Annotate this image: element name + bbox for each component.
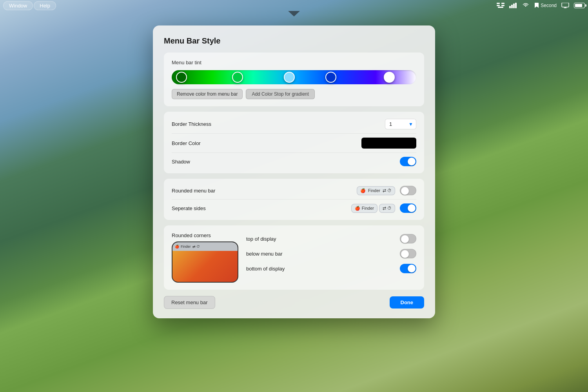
- menubar-window[interactable]: Window: [3, 1, 33, 10]
- wifi-icon: [522, 3, 530, 8]
- done-button[interactable]: Done: [390, 296, 425, 309]
- top-display-toggle-thumb: [401, 235, 409, 243]
- below-menubar-toggle[interactable]: [400, 249, 416, 258]
- menu-bar: Window Help: [0, 0, 588, 11]
- rounded-section: Rounded menu bar 🍎 Finder ⇄ ⏱ Seperate s…: [164, 179, 424, 220]
- separate-sides-toggle[interactable]: [400, 203, 416, 213]
- color-stop-3[interactable]: [284, 72, 295, 83]
- svg-rect-1: [497, 5, 500, 6]
- color-stop-5[interactable]: [384, 72, 395, 83]
- top-display-row: top of display: [246, 234, 416, 243]
- rounded-menubar-right: 🍎 Finder ⇄ ⏱: [357, 186, 416, 195]
- svg-rect-9: [562, 3, 569, 7]
- rounded-menubar-preview: 🍎 Finder ⇄ ⏱: [357, 186, 395, 195]
- svg-rect-4: [498, 7, 503, 8]
- sep-apple-icon: 🍎: [355, 206, 360, 211]
- tint-label: Menu bar tint: [172, 60, 416, 65]
- sep-icons: ⇄ ⏱: [383, 206, 392, 211]
- separate-sides-toggle-thumb: [408, 204, 416, 212]
- sep-pill-left: 🍎 Finder: [351, 204, 377, 213]
- rounded-menubar-label: Rounded menu bar: [172, 188, 215, 194]
- border-color-label: Border Color: [172, 140, 201, 146]
- gradient-buttons: Remove color from menu bar Add Color Sto…: [172, 89, 416, 99]
- separate-sides-row: Seperate sides 🍎 Finder ⇄ ⏱: [172, 200, 416, 213]
- remove-color-button[interactable]: Remove color from menu bar: [172, 89, 243, 99]
- border-section: Border Thickness 1 2 3 ▼ Border Color Sh…: [164, 112, 424, 173]
- shadow-label: Shadow: [172, 159, 190, 165]
- bottom-display-row: bottom of display: [246, 264, 416, 273]
- below-menubar-label: below menu bar: [246, 251, 283, 257]
- color-stop-2[interactable]: [232, 72, 243, 83]
- phone-preview-menubar: 🍎 Finder ⇄ ⏱: [172, 242, 238, 251]
- border-thickness-label: Border Thickness: [172, 121, 211, 127]
- thickness-select-wrapper: 1 2 3 ▼: [385, 119, 416, 129]
- below-menubar-toggle-thumb: [401, 250, 409, 258]
- svg-rect-6: [511, 5, 513, 8]
- top-display-toggle[interactable]: [400, 234, 416, 243]
- rounded-menubar-toggle[interactable]: [400, 186, 416, 195]
- phone-apple-icon: 🍎: [175, 245, 179, 249]
- svg-rect-0: [497, 3, 500, 4]
- menubar-help[interactable]: Help: [34, 1, 56, 10]
- corners-section: Rounded corners 🍎 Finder ⇄ ⏱ top of disp…: [164, 225, 424, 290]
- second-label-group: Second: [534, 3, 557, 8]
- phone-preview: 🍎 Finder ⇄ ⏱: [172, 241, 238, 283]
- dialog-title: Menu Bar Style: [164, 36, 424, 45]
- rounded-menubar-toggle-thumb: [401, 187, 409, 195]
- scan-icon: [497, 3, 505, 8]
- corners-options: top of display below menu bar bottom of …: [246, 232, 416, 273]
- sep-finder-text: Finder: [362, 206, 374, 211]
- preview-finder-1: Finder: [368, 188, 380, 193]
- color-stop-4[interactable]: [325, 72, 336, 83]
- shadow-row: Shadow: [172, 153, 416, 166]
- corners-content: Rounded corners 🍎 Finder ⇄ ⏱ top of disp…: [172, 232, 416, 283]
- second-label: Second: [541, 3, 557, 8]
- phone-preview-container: 🍎 Finder ⇄ ⏱: [172, 241, 238, 283]
- separate-sides-preview: 🍎 Finder ⇄ ⏱: [351, 204, 395, 213]
- bottom-display-toggle[interactable]: [400, 264, 416, 273]
- corners-left: Rounded corners 🍎 Finder ⇄ ⏱: [172, 232, 238, 283]
- shadow-toggle[interactable]: [400, 157, 416, 166]
- color-stop-1[interactable]: [176, 72, 187, 83]
- battery-icon: [574, 3, 585, 8]
- phone-preview-content: [172, 251, 238, 282]
- notch-caret: [288, 11, 300, 16]
- bottom-display-toggle-thumb: [408, 265, 416, 272]
- preview-icons-1: ⇄ ⏱: [383, 188, 392, 193]
- border-color-row: Border Color: [172, 134, 416, 153]
- sep-pill-right: ⇄ ⏱: [379, 204, 395, 213]
- svg-rect-7: [513, 4, 515, 8]
- svg-rect-8: [515, 3, 517, 8]
- menubar-left: Window Help: [3, 1, 56, 10]
- phone-icons: ⇄ ⏱: [192, 245, 200, 249]
- top-display-label: top of display: [246, 236, 276, 242]
- separate-sides-right: 🍎 Finder ⇄ ⏱: [351, 203, 416, 213]
- svg-rect-5: [509, 6, 511, 8]
- monitor-icon: [561, 3, 569, 8]
- rounded-corners-label: Rounded corners: [172, 232, 238, 238]
- add-color-stop-button[interactable]: Add Color Stop for gradient: [246, 89, 314, 99]
- menubar-right: Second: [497, 3, 585, 8]
- preview-apple-icon-1: 🍎: [360, 188, 366, 193]
- tint-section: Menu bar tint Remove color from menu bar…: [164, 53, 424, 106]
- dialog: Menu Bar Style Menu bar tint Remove colo…: [153, 25, 435, 318]
- border-color-swatch[interactable]: [361, 138, 416, 149]
- below-menubar-row: below menu bar: [246, 249, 416, 258]
- dialog-footer: Reset menu bar Done: [164, 296, 424, 309]
- border-thickness-row: Border Thickness 1 2 3 ▼: [172, 119, 416, 134]
- svg-rect-3: [501, 5, 505, 6]
- bottom-display-label: bottom of display: [246, 266, 285, 272]
- reset-button[interactable]: Reset menu bar: [164, 296, 215, 309]
- svg-rect-2: [501, 3, 505, 4]
- separate-sides-label: Seperate sides: [172, 205, 206, 211]
- thickness-select[interactable]: 1 2 3: [385, 119, 416, 129]
- gradient-track[interactable]: [172, 70, 416, 84]
- battery-bars-icon: [509, 3, 517, 8]
- shadow-toggle-thumb: [408, 158, 416, 165]
- rounded-menubar-row: Rounded menu bar 🍎 Finder ⇄ ⏱: [172, 186, 416, 200]
- phone-finder-text: Finder: [181, 245, 191, 249]
